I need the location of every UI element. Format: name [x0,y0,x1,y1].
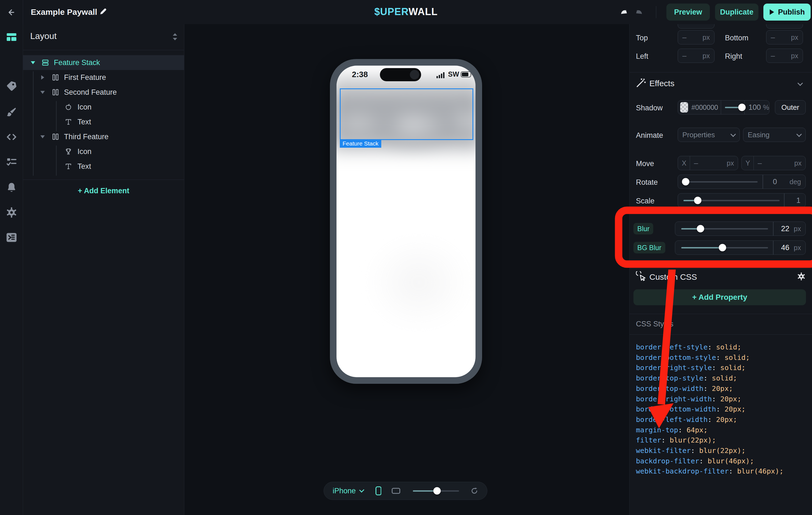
phone-screen[interactable]: 2:38 SW [337,66,475,377]
tree-item-feature-stack[interactable]: Feature Stack [23,55,184,70]
left-spacing-input[interactable]: – px [678,49,715,63]
add-element-button[interactable]: + Add Element [23,187,184,195]
rotate-slider[interactable] [684,181,758,183]
input-value: – [683,33,687,42]
tree-item-icon[interactable]: Icon [23,144,184,159]
rail-item-code[interactable] [5,131,18,143]
caret-down-icon[interactable] [40,135,45,139]
shadow-hex-value[interactable]: #000000 [691,103,718,112]
add-property-button[interactable]: + Add Property [634,289,806,305]
scale-slider-handle[interactable] [694,197,702,204]
layout-sort-button[interactable] [171,32,178,41]
tree-item-icon[interactable]: Icon [23,100,184,115]
css-styles-label: CSS Styles [636,320,673,328]
canvas-zoom-slider[interactable] [413,490,459,492]
blur-value[interactable]: 22 [781,224,789,233]
bottom-spacing-label: Bottom [725,34,749,42]
css-line[interactable]: border-right-width: 20px; [636,394,783,404]
signal-icon [436,72,445,78]
selection-outline[interactable] [340,88,473,140]
tree-item-second-feature[interactable]: Second Feature [23,85,184,100]
input-value: – [683,52,687,60]
top-spacing-input[interactable]: – px [678,30,715,44]
bg-blur-unit: px [794,244,801,252]
rail-item-console[interactable] [5,231,18,244]
css-line[interactable]: webkit-backdrop-filter: blur(46px); [636,466,783,477]
caret-down-icon[interactable] [31,61,35,64]
sort-arrows-icon [171,32,178,41]
device-select[interactable]: iPhone [332,487,356,495]
css-line[interactable]: webkit-filter: blur(22px); [636,446,783,456]
custom-css-settings-gear-icon[interactable] [796,272,806,281]
css-line[interactable]: border-left-style: solid; [636,342,783,353]
shadow-opacity-slider[interactable] [725,107,740,108]
shadow-mode-button[interactable]: Outer [775,100,806,115]
caret-down-icon[interactable] [40,91,45,94]
tree-item-third-feature[interactable]: Third Feature [23,129,184,144]
move-y-input[interactable]: Y – px [742,156,806,170]
dropdown-value: Easing [748,131,770,139]
css-line[interactable]: border-bottom-style: solid; [636,353,783,363]
rail-item-notifications[interactable] [5,181,18,193]
redo-button[interactable] [634,6,645,18]
shadow-label: Shadow [636,104,663,112]
clipped-input[interactable] [678,24,715,29]
bg-blur-chip[interactable]: BG Blur [634,242,665,253]
animate-easing-dropdown[interactable]: Easing [743,128,806,142]
rotate-slider-handle[interactable] [682,178,690,186]
actions-divider [656,6,656,18]
rail-item-layout[interactable] [5,31,18,43]
blur-chip[interactable]: Blur [634,223,653,235]
rail-item-styles[interactable] [5,106,18,118]
bg-blur-slider[interactable] [681,247,768,248]
shadow-color-swatch[interactable] [680,102,688,113]
chevron-down-icon[interactable] [359,488,364,492]
portrait-orientation-button[interactable] [376,485,381,496]
rail-item-products[interactable] [5,80,18,92]
css-line[interactable]: border-bottom-width: 20px; [636,404,783,415]
preview-button[interactable]: Preview [666,4,710,21]
scale-value[interactable]: 1 [796,196,801,205]
css-line[interactable]: filter: blur(22px); [636,435,783,446]
clipped-input[interactable] [766,24,803,29]
landscape-orientation-button[interactable] [392,487,400,495]
move-x-input[interactable]: X – px [678,156,738,170]
right-spacing-input[interactable]: – px [766,49,803,63]
caret-right-icon[interactable] [41,75,44,80]
css-line[interactable]: border-right-style: solid; [636,363,783,373]
section-divider [630,72,812,72]
input-unit: px [727,159,734,167]
columns-icon [51,73,60,82]
animate-properties-dropdown[interactable]: Properties [678,128,740,142]
blur-slider[interactable] [681,228,768,230]
top-spacing-label: Top [636,34,648,42]
zoom-slider-handle[interactable] [433,487,441,495]
selection-label: Feature Stack [340,139,381,148]
tree-item-first-feature[interactable]: First Feature [23,70,184,85]
css-line[interactable]: border-top-width: 20px; [636,384,783,394]
refresh-button[interactable] [470,486,478,496]
tree-item-label: Icon [78,103,91,112]
bg-blur-value[interactable]: 46 [781,243,789,252]
effects-collapse-chevron-icon[interactable] [798,81,803,86]
undo-icon [617,6,630,18]
tree-item-text[interactable]: Text [23,115,184,129]
tree-item-text[interactable]: Text [23,159,184,174]
bottom-spacing-input[interactable]: – px [766,30,803,44]
shadow-slider-handle[interactable] [738,104,746,111]
publish-button[interactable]: Publish [763,4,811,21]
css-line[interactable]: border-left-width: 20px; [636,415,783,425]
bg-blur-slider-handle[interactable] [719,244,726,251]
shadow-opacity-value[interactable]: 100 [749,103,761,112]
blur-slider-handle[interactable] [697,225,704,233]
rotate-label: Rotate [636,178,658,187]
css-line[interactable]: backdrop-filter: blur(46px); [636,456,783,466]
duplicate-button[interactable]: Duplicate [715,4,758,21]
rail-item-checklist[interactable] [5,155,18,168]
undo-button[interactable] [617,6,630,18]
css-line[interactable]: border-top-style: solid; [636,373,783,384]
scale-slider[interactable] [684,200,780,201]
css-line[interactable]: margin-top: 64px; [636,425,783,435]
rail-item-settings[interactable] [5,206,18,219]
rotate-value[interactable]: 0 [773,178,777,186]
